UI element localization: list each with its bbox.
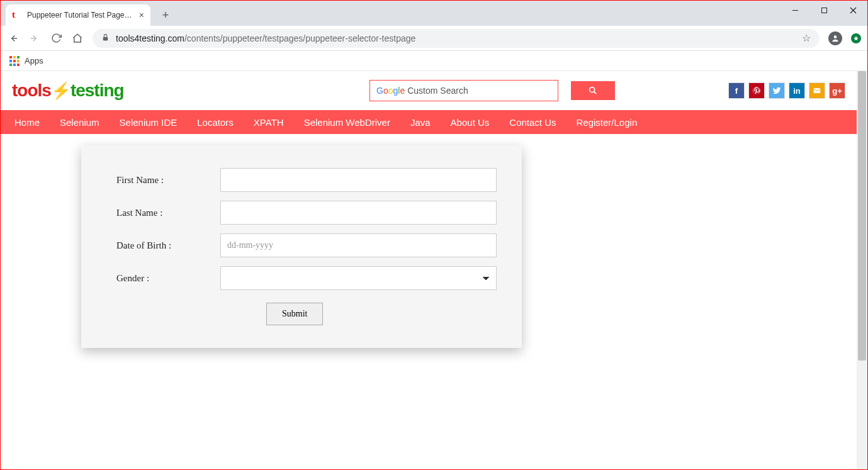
favicon-icon: t [12, 10, 22, 20]
dob-input[interactable] [220, 233, 497, 257]
first-name-input[interactable] [220, 168, 497, 192]
scrollbar-thumb[interactable] [858, 71, 866, 361]
vertical-scrollbar[interactable] [857, 71, 867, 469]
bolt-icon: ⚡ [51, 81, 70, 100]
nav-contact-us[interactable]: Contact Us [509, 117, 556, 128]
window-controls [781, 1, 867, 21]
submit-button[interactable]: Submit [266, 303, 323, 325]
svg-line-9 [594, 92, 597, 94]
url-text: tools4testing.com/contents/puppeteer/tes… [116, 33, 415, 43]
svg-rect-1 [821, 8, 826, 13]
form-card: First Name : Last Name : Date of Birth :… [81, 145, 522, 348]
back-button[interactable] [7, 32, 20, 45]
maximize-button[interactable] [809, 1, 838, 20]
tab-title: Puppeteer Tutorial Test Page - to [27, 11, 134, 20]
svg-rect-6 [103, 36, 108, 40]
dob-label: Date of Birth : [116, 240, 220, 251]
minimize-button[interactable] [781, 1, 809, 20]
browser-tab-bar: t Puppeteer Tutorial Test Page - to × + [1, 1, 867, 26]
nav-xpath[interactable]: XPATH [254, 117, 284, 128]
last-name-input[interactable] [220, 201, 497, 225]
viewport: tools⚡testing Google Custom Search f [1, 71, 867, 469]
social-links: f in g+ [728, 82, 845, 99]
search-button[interactable] [571, 81, 615, 100]
lock-icon [101, 33, 110, 43]
main-nav: Home Selenium Selenium IDE Locators XPAT… [1, 110, 857, 134]
profile-avatar-icon[interactable] [828, 31, 842, 45]
site-logo[interactable]: tools⚡testing [12, 81, 124, 101]
close-window-button[interactable] [838, 1, 867, 20]
nav-selenium[interactable]: Selenium [60, 117, 99, 128]
nav-java[interactable]: Java [410, 117, 431, 128]
content-area: First Name : Last Name : Date of Birth :… [1, 134, 857, 348]
bookmarks-bar: Apps [1, 51, 867, 71]
nav-locators[interactable]: Locators [197, 117, 234, 128]
svg-point-8 [590, 87, 595, 92]
extension-icon[interactable] [851, 33, 861, 43]
nav-home[interactable]: Home [14, 117, 40, 128]
search-input[interactable]: Google Custom Search [369, 80, 558, 101]
pinterest-icon[interactable] [748, 82, 765, 99]
close-tab-icon[interactable]: × [139, 10, 144, 20]
new-tab-button[interactable]: + [157, 6, 174, 24]
googleplus-icon[interactable]: g+ [829, 82, 845, 99]
apps-label[interactable]: Apps [25, 56, 43, 65]
nav-selenium-ide[interactable]: Selenium IDE [120, 117, 178, 128]
nav-selenium-webdriver[interactable]: Selenium WebDriver [304, 117, 390, 128]
page-content: tools⚡testing Google Custom Search f [1, 71, 857, 469]
bookmark-star-icon[interactable]: ☆ [802, 32, 811, 44]
nav-about-us[interactable]: About Us [451, 117, 490, 128]
nav-register-login[interactable]: Register/Login [577, 117, 638, 128]
twitter-icon[interactable] [769, 82, 785, 99]
svg-point-7 [834, 35, 837, 38]
facebook-icon[interactable]: f [728, 82, 745, 99]
browser-tab[interactable]: t Puppeteer Tutorial Test Page - to × [6, 4, 150, 26]
gender-label: Gender : [116, 273, 220, 284]
apps-grid-icon[interactable] [9, 56, 20, 66]
google-logo-icon: Google [376, 86, 405, 96]
mail-icon[interactable] [809, 82, 825, 99]
reload-button[interactable] [50, 32, 62, 45]
gender-select[interactable] [220, 266, 497, 290]
address-bar-row: tools4testing.com/contents/puppeteer/tes… [1, 26, 867, 51]
home-button[interactable] [71, 32, 84, 45]
linkedin-icon[interactable]: in [789, 82, 805, 99]
address-bar[interactable]: tools4testing.com/contents/puppeteer/tes… [93, 29, 820, 48]
forward-button[interactable] [28, 32, 41, 45]
first-name-label: First Name : [116, 175, 220, 186]
svg-rect-11 [814, 88, 821, 93]
search-area: Google Custom Search f in [369, 80, 845, 101]
last-name-label: Last Name : [116, 208, 220, 218]
site-header: tools⚡testing Google Custom Search f [1, 71, 857, 110]
search-placeholder: Custom Search [407, 86, 468, 96]
